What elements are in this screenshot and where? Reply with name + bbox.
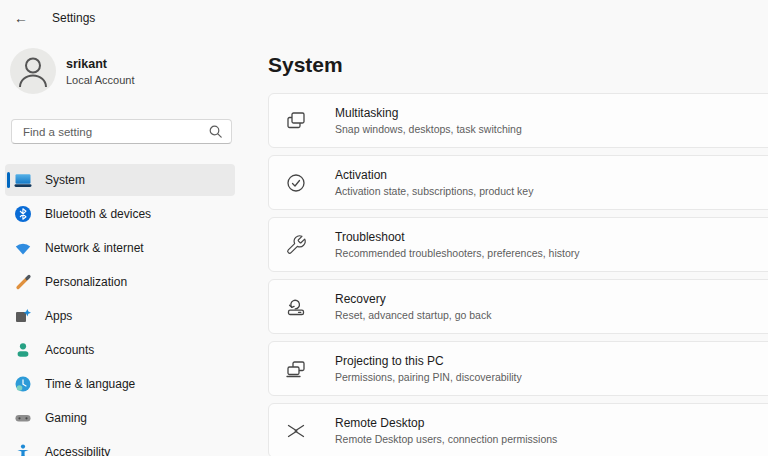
card-subtitle: Reset, advanced startup, go back — [335, 309, 491, 321]
sidebar-item-label: Accounts — [45, 343, 94, 357]
card-subtitle: Activation state, subscriptions, product… — [335, 185, 533, 197]
sidebar-item-label: Network & internet — [45, 241, 144, 255]
sidebar-item-bluetooth-devices[interactable]: Bluetooth & devices — [5, 198, 235, 230]
gamepad-icon — [14, 409, 32, 427]
sidebar-item-accessibility[interactable]: Accessibility — [5, 436, 235, 456]
sidebar-nav: System Bluetooth & devices — [5, 164, 248, 456]
settings-card-troubleshoot[interactable]: Troubleshoot Recommended troubleshooters… — [268, 217, 768, 272]
account-type: Local Account — [66, 74, 135, 86]
account-name: srikant — [66, 57, 135, 71]
sidebar-item-label: Apps — [45, 309, 72, 323]
person-icon — [10, 48, 56, 94]
settings-card-activation[interactable]: Activation Activation state, subscriptio… — [268, 155, 768, 210]
account-profile[interactable]: srikant Local Account — [10, 48, 248, 94]
settings-window: ← Settings srikant Local Account — [0, 0, 768, 456]
troubleshoot-wrench-icon — [285, 234, 307, 256]
avatar — [10, 48, 56, 94]
sidebar-item-accounts[interactable]: Accounts — [5, 334, 235, 366]
card-title: Projecting to this PC — [335, 354, 522, 368]
sidebar: srikant Local Account — [0, 36, 248, 456]
sidebar-item-network-internet[interactable]: Network & internet — [5, 232, 235, 264]
sidebar-item-system[interactable]: System — [5, 164, 235, 196]
back-arrow-icon: ← — [14, 10, 28, 26]
wifi-icon — [14, 239, 32, 257]
multitasking-icon — [285, 110, 307, 132]
titlebar: ← Settings — [0, 0, 768, 36]
window-title: Settings — [52, 11, 95, 25]
clock-icon — [14, 375, 32, 393]
sidebar-item-apps[interactable]: Apps — [5, 300, 235, 332]
sidebar-item-personalization[interactable]: Personalization — [5, 266, 235, 298]
activation-icon — [285, 172, 307, 194]
page-title: System — [268, 50, 768, 80]
bluetooth-icon — [14, 205, 32, 223]
sidebar-item-label: Accessibility — [45, 445, 110, 456]
settings-card-multitasking[interactable]: Multitasking Snap windows, desktops, tas… — [268, 93, 768, 148]
settings-card-remote-desktop[interactable]: Remote Desktop Remote Desktop users, con… — [268, 403, 768, 456]
settings-card-recovery[interactable]: Recovery Reset, advanced startup, go bac… — [268, 279, 768, 334]
paintbrush-icon — [14, 273, 32, 291]
card-subtitle: Snap windows, desktops, task switching — [335, 123, 522, 135]
card-title: Recovery — [335, 292, 491, 306]
card-title: Remote Desktop — [335, 416, 557, 430]
card-title: Activation — [335, 168, 533, 182]
card-title: Troubleshoot — [335, 230, 580, 244]
back-button[interactable]: ← — [14, 7, 40, 29]
card-title: Multitasking — [335, 106, 522, 120]
projecting-screens-icon — [285, 358, 307, 380]
sidebar-item-label: Time & language — [45, 377, 135, 391]
apps-icon — [14, 307, 32, 325]
accounts-icon — [14, 341, 32, 359]
sidebar-item-gaming[interactable]: Gaming — [5, 402, 235, 434]
sidebar-item-time-language[interactable]: Time & language — [5, 368, 235, 400]
sidebar-item-label: Personalization — [45, 275, 127, 289]
system-icon — [14, 171, 32, 189]
main-panel: System Multitasking Snap windows, deskto… — [248, 36, 768, 456]
settings-card-projecting[interactable]: Projecting to this PC Permissions, pairi… — [268, 341, 768, 396]
remote-desktop-icon — [285, 420, 307, 442]
sidebar-item-label: Gaming — [45, 411, 87, 425]
sidebar-item-label: System — [45, 173, 85, 187]
card-subtitle: Remote Desktop users, connection permiss… — [335, 433, 557, 445]
accessibility-icon — [14, 443, 32, 456]
sidebar-item-label: Bluetooth & devices — [45, 207, 151, 221]
card-subtitle: Permissions, pairing PIN, discoverabilit… — [335, 371, 522, 383]
search-input[interactable] — [11, 119, 232, 144]
card-subtitle: Recommended troubleshooters, preferences… — [335, 247, 580, 259]
recovery-icon — [285, 296, 307, 318]
